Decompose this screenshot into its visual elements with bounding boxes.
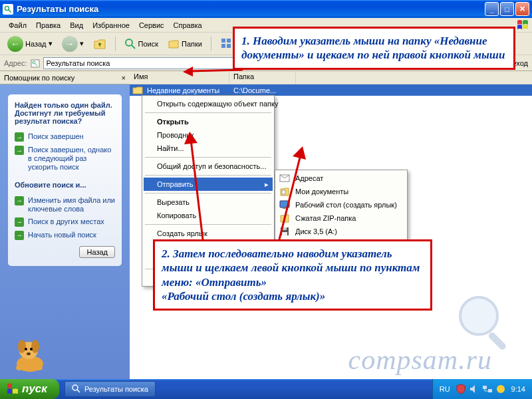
sidebar-item-finish[interactable]: →Поиск завершен bbox=[15, 130, 115, 144]
arrow-icon: → bbox=[15, 146, 24, 155]
menu-edit[interactable]: Правка bbox=[31, 20, 65, 31]
sidebar-close-button[interactable]: × bbox=[122, 74, 126, 82]
svg-rect-6 bbox=[221, 44, 225, 48]
sidebar-item-speedup[interactable]: →Поиск завершен, однако в следующий раз … bbox=[15, 144, 115, 174]
svg-point-0 bbox=[5, 6, 9, 10]
svg-line-1 bbox=[9, 9, 11, 12]
folder-up-icon bbox=[93, 37, 106, 51]
arrow-icon: → bbox=[15, 132, 24, 142]
window-titlebar: Результаты поиска _ □ ✕ bbox=[0, 0, 532, 18]
svg-marker-32 bbox=[183, 66, 193, 76]
sidebar-title: Помощник по поиску bbox=[4, 74, 74, 82]
window-title: Результаты поиска bbox=[17, 4, 485, 14]
sidebar-back-button[interactable]: Назад bbox=[79, 246, 115, 258]
arrow-icon: → bbox=[15, 231, 24, 240]
menu-help[interactable]: Справка bbox=[169, 20, 207, 31]
tray-network-icon[interactable] bbox=[482, 384, 493, 394]
folder-icon bbox=[132, 86, 143, 95]
ctx-open-containing[interactable]: Открыть содержащую объект папку bbox=[144, 97, 273, 110]
language-indicator[interactable]: RU bbox=[440, 385, 450, 393]
red-arrow-annotation bbox=[183, 130, 229, 243]
menu-view[interactable]: Вид bbox=[65, 20, 88, 31]
panel-question-2: Обновите поиск и... bbox=[15, 181, 115, 189]
svg-line-33 bbox=[191, 140, 203, 239]
tray-updates-icon[interactable] bbox=[495, 384, 506, 394]
svg-point-29 bbox=[460, 297, 497, 334]
search-dog-icon[interactable] bbox=[10, 336, 50, 372]
close-button[interactable]: ✕ bbox=[515, 2, 529, 16]
folders-icon bbox=[168, 38, 180, 50]
window-buttons: _ □ ✕ bbox=[485, 2, 529, 16]
arrow-icon: → bbox=[15, 217, 24, 227]
search-button[interactable]: Поиск bbox=[121, 36, 162, 52]
system-tray: RU 9:14 bbox=[432, 379, 532, 399]
views-icon bbox=[220, 37, 233, 51]
svg-point-2 bbox=[126, 39, 132, 46]
svg-line-31 bbox=[190, 70, 243, 71]
search-icon bbox=[72, 384, 81, 394]
svg-point-16 bbox=[25, 348, 27, 350]
svg-marker-34 bbox=[184, 132, 198, 144]
windows-flag-icon bbox=[516, 19, 529, 31]
svg-line-3 bbox=[132, 45, 135, 49]
start-button[interactable]: пуск bbox=[0, 379, 59, 399]
file-name: Недавние документы bbox=[143, 86, 229, 94]
separator bbox=[211, 37, 211, 51]
arrow-icon: → bbox=[15, 196, 24, 205]
forward-arrow-icon: → bbox=[62, 36, 78, 52]
back-arrow-icon: ← bbox=[7, 36, 23, 52]
search-sidebar: Помощник по поиску × Найден только один … bbox=[0, 71, 130, 379]
svg-point-20 bbox=[36, 365, 43, 370]
main-area: Помощник по поиску × Найден только один … bbox=[0, 71, 532, 379]
panel-question: Найден только один файл. Достигнут ли тр… bbox=[15, 101, 115, 125]
address-label: Адрес: bbox=[4, 59, 27, 67]
search-window-icon bbox=[3, 4, 13, 15]
svg-point-41 bbox=[497, 385, 505, 393]
separator bbox=[145, 112, 271, 113]
menu-tools[interactable]: Сервис bbox=[134, 20, 169, 31]
svg-point-18 bbox=[27, 352, 31, 355]
svg-point-14 bbox=[18, 340, 26, 353]
file-row-selected[interactable]: Недавние документы C:\Docume... bbox=[130, 84, 532, 96]
search-results-icon bbox=[30, 58, 41, 68]
clock[interactable]: 9:14 bbox=[511, 385, 525, 393]
svg-line-38 bbox=[77, 390, 80, 392]
svg-marker-36 bbox=[293, 146, 306, 160]
tray-volume-icon[interactable] bbox=[469, 384, 479, 394]
search-icon bbox=[124, 38, 136, 50]
svg-rect-4 bbox=[221, 39, 225, 43]
taskbar-button-search[interactable]: Результаты поиска bbox=[65, 381, 156, 397]
red-arrow-annotation bbox=[273, 143, 313, 243]
maximize-button[interactable]: □ bbox=[500, 2, 514, 16]
taskbar: пуск Результаты поиска RU 9:14 bbox=[0, 379, 532, 399]
svg-rect-5 bbox=[227, 39, 231, 43]
sidebar-item-rename[interactable]: →Изменить имя файла или ключевые слова bbox=[15, 194, 115, 215]
callout-step-1: 1. Наводим указатель мыши на папку «Неда… bbox=[233, 27, 515, 70]
menu-favorites[interactable]: Избранное bbox=[88, 20, 134, 31]
sidebar-header: Помощник по поиску × bbox=[0, 71, 130, 84]
ctx-open[interactable]: Открыть bbox=[144, 115, 273, 128]
minimize-button[interactable]: _ bbox=[485, 2, 499, 16]
sidebar-item-elsewhere[interactable]: →Поиск в других местах bbox=[15, 215, 115, 229]
search-result-panel: Найден только один файл. Достигнут ли тр… bbox=[8, 94, 122, 266]
back-button[interactable]: ← Назад ▾ bbox=[4, 34, 56, 54]
folders-button[interactable]: Папки bbox=[164, 36, 205, 52]
submenu-arrow-icon: ▸ bbox=[265, 180, 269, 189]
forward-button[interactable]: → ▾ bbox=[59, 34, 87, 54]
file-folder: C:\Docume... bbox=[229, 86, 289, 94]
watermark: compsam.ru bbox=[348, 344, 493, 376]
svg-rect-7 bbox=[227, 44, 231, 48]
menu-file[interactable]: Файл bbox=[4, 20, 31, 31]
svg-rect-39 bbox=[483, 386, 487, 389]
dropdown-arrow-icon: ▾ bbox=[49, 39, 53, 48]
sidebar-item-newsearch[interactable]: →Начать новый поиск bbox=[15, 229, 115, 242]
svg-rect-40 bbox=[488, 389, 492, 392]
svg-point-17 bbox=[30, 348, 33, 350]
up-button[interactable] bbox=[90, 35, 110, 53]
dropdown-arrow-icon: ▾ bbox=[80, 39, 84, 48]
svg-point-19 bbox=[16, 365, 23, 370]
windows-flag-icon bbox=[7, 383, 19, 395]
svg-point-15 bbox=[31, 340, 39, 353]
separator bbox=[115, 37, 116, 51]
tray-shield-icon[interactable] bbox=[456, 384, 466, 394]
